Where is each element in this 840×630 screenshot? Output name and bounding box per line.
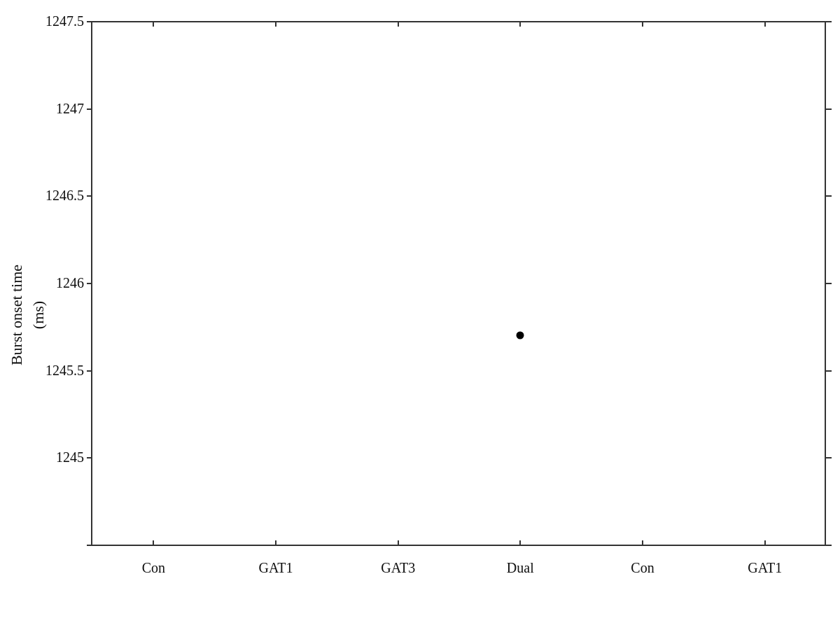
x-tick-con2 [642, 540, 643, 546]
y-label-1247: 1247 [56, 100, 84, 116]
chart-area: 1247.5 1247 1246.5 1246 1245.5 [91, 21, 826, 546]
x-label-gat1-1: GAT1 [259, 560, 293, 576]
y-axis-label: Burst onset time (ms) [6, 245, 50, 385]
x-label-con1: Con [142, 560, 165, 576]
x-tick-con1 [153, 540, 154, 546]
x-tick-top-gat1-2 [764, 21, 766, 27]
x-label-dual: Dual [507, 560, 534, 576]
y-label-1245: 1245 [56, 449, 84, 465]
x-label-con2: Con [631, 560, 654, 576]
x-tick-top-con2 [642, 21, 643, 27]
x-tick-gat1-1 [275, 540, 276, 546]
x-tick-gat3 [398, 540, 399, 546]
y-label-1247-5: 1247.5 [46, 13, 84, 29]
x-label-gat1-2: GAT1 [748, 560, 782, 576]
x-tick-gat1-2 [764, 540, 766, 546]
chart-container: Burst onset time (ms) 1247.5 1247 1246. [0, 0, 840, 630]
x-tick-top-gat3 [398, 21, 399, 27]
x-tick-top-con1 [153, 21, 154, 27]
y-label-1245-5: 1245.5 [46, 362, 84, 378]
x-label-gat3: GAT3 [381, 560, 415, 576]
x-tick-top-dual [519, 21, 521, 27]
y-label-1246-5: 1246.5 [46, 188, 84, 204]
x-tick-top-gat1-1 [275, 21, 276, 27]
chart-top-border [92, 21, 826, 22]
y-label-1246: 1246 [56, 275, 84, 291]
x-tick-dual [519, 540, 521, 546]
data-point-dual [517, 331, 524, 339]
